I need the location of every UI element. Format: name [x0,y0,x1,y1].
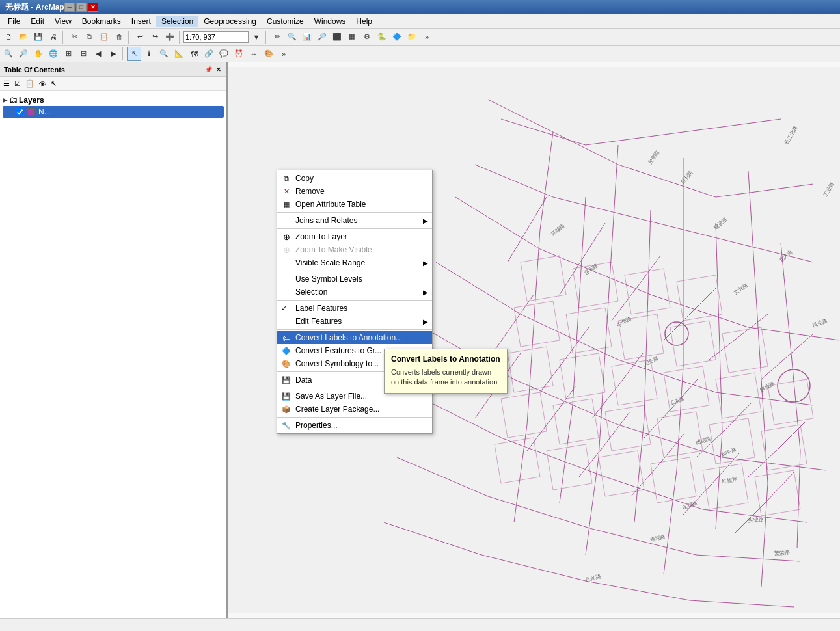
nav-more-btn[interactable]: » [277,47,291,61]
cm-zoom-layer[interactable]: ⊕ Zoom To Layer [277,230,432,243]
cm-selection[interactable]: Selection ▶ [277,286,432,299]
menu-bookmarks[interactable]: Bookmarks [77,16,126,27]
close-button[interactable]: ✕ [88,3,98,12]
prev-extent[interactable]: ◀ [91,47,105,61]
sep-nav1 [122,47,125,60]
find-btn[interactable]: 🔍 [157,47,171,61]
open-button[interactable]: 📂 [16,30,31,44]
menu-file[interactable]: File [3,16,25,27]
create-pkg-icon: 📦 [281,404,291,414]
layers-icon: 🗂 [9,95,18,105]
minimize-button[interactable]: ─ [64,3,75,12]
fixed-zoom-out[interactable]: ⊟ [76,47,90,61]
toc-list-view-btn[interactable]: ☰ [1,79,12,88]
maximize-button[interactable]: □ [76,3,87,12]
menu-customize[interactable]: Customize [262,16,309,27]
convert-labels-icon: 🏷 [281,332,291,343]
cm-convert-labels[interactable]: 🏷 Convert Labels to Annotation... [277,331,432,344]
redo-button[interactable]: ↪ [148,30,162,44]
search-btn[interactable]: 🔎 [315,30,329,44]
map-area[interactable]: 路名 街道 大路 长江北路 工业路 北大街 文化路 民生路 胜利路 光明路 建设… [228,62,840,618]
data-icon: 💾 [281,375,291,385]
menu-edit[interactable]: Edit [25,16,49,27]
cm-visible-scale-label: Visible Scale Range [295,258,365,267]
magnifier-btn[interactable]: 🔍 [285,30,299,44]
pan-btn[interactable]: ✋ [31,47,46,61]
label-check-icon: ✓ [281,304,287,313]
toc-vis-view-btn[interactable]: 👁 [37,79,48,88]
next-extent[interactable]: ▶ [106,47,120,61]
cm-data-label: Data [295,375,312,384]
menu-help[interactable]: Help [351,16,377,27]
layers-expand-arrow[interactable]: ▶ [3,96,8,103]
cm-convert-labels-label: Convert Labels to Annotation... [295,333,402,342]
undo-button[interactable]: ↩ [133,30,147,44]
toc-check-view-btn[interactable]: ☑ [12,79,23,88]
toc-sel-view-btn[interactable]: ↖ [49,79,59,88]
cm-label-features[interactable]: ✓ Label Features [277,302,432,315]
report-btn[interactable]: 📊 [300,30,314,44]
menu-geoprocessing[interactable]: Geoprocessing [198,16,262,27]
menu-selection[interactable]: Selection [156,16,198,27]
more-btn[interactable]: » [420,30,434,44]
save-button[interactable]: 💾 [31,30,46,44]
effects-btn[interactable]: 🎨 [262,47,276,61]
identify-btn[interactable]: ℹ [142,47,156,61]
cm-symbol-levels[interactable]: Use Symbol Levels [277,273,432,286]
cm-remove[interactable]: ✕ Remove [277,185,432,198]
select-feature[interactable]: ↖ [127,47,141,61]
cm-joins[interactable]: Joins and Relates ▶ [277,214,432,227]
cm-edit-features[interactable]: Edit Features ▶ [277,315,432,328]
python-btn[interactable]: 🐍 [375,30,389,44]
zoom-out-btn[interactable]: 🔎 [16,47,31,61]
cm-create-pkg[interactable]: 📦 Create Layer Package... [277,403,432,416]
paste-button[interactable]: 📋 [97,30,111,44]
print-button[interactable]: 🖨 [46,30,61,44]
time-btn[interactable]: ⏰ [232,47,246,61]
delete-button[interactable]: 🗑 [112,30,126,44]
menu-view[interactable]: View [49,16,77,27]
symbol-levels-icon [281,274,291,284]
measure-btn[interactable]: 📐 [172,47,186,61]
fixed-zoom-in[interactable]: ⊞ [61,47,75,61]
cm-selection-label: Selection [295,288,327,297]
layer-checkbox[interactable] [16,108,24,116]
menu-windows[interactable]: Windows [309,16,351,27]
cm-sep1 [277,212,432,213]
arccat-btn[interactable]: 📁 [405,30,419,44]
zoom-layer-icon: ⊕ [281,232,291,242]
cm-properties[interactable]: 🔧 Properties... [277,419,432,432]
scale-dropdown[interactable]: ▼ [249,30,264,44]
new-button[interactable]: 🗋 [1,30,16,44]
full-extent-btn[interactable]: 🌐 [46,47,61,61]
overview-btn[interactable]: 🗺 [187,47,201,61]
editor-btn[interactable]: ✏ [270,30,284,44]
toc-layer-item[interactable]: N... [3,106,224,118]
toc-pin-btn[interactable]: 📌 [204,66,213,73]
add-data-button[interactable]: ➕ [163,30,177,44]
toc-source-view-btn[interactable]: 📋 [23,79,36,88]
layer-color-box [27,108,35,116]
cm-copy[interactable]: ⧉ Copy [277,172,432,185]
feature-btn[interactable]: ⬛ [330,30,344,44]
cut-button[interactable]: ✂ [67,30,81,44]
model-btn[interactable]: 🔷 [390,30,404,44]
convert-symbology-icon: 🎨 [281,358,291,369]
gp-btn[interactable]: ⚙ [360,30,374,44]
layers-label[interactable]: Layers [19,96,44,105]
toc-close-btn[interactable]: ✕ [215,66,223,73]
copy-button[interactable]: ⧉ [82,30,96,44]
cm-open-attr[interactable]: ▦ Open Attribute Table [277,198,432,211]
zoom-in-btn[interactable]: 🔍 [1,47,16,61]
menu-insert[interactable]: Insert [126,16,156,27]
joins-icon [281,215,291,226]
swipe-btn[interactable]: ↔ [247,47,261,61]
cm-label-features-label: Label Features [295,304,347,313]
html-popup-btn[interactable]: 💬 [217,47,231,61]
cm-visible-scale[interactable]: Visible Scale Range ▶ [277,256,432,269]
menubar: File Edit View Bookmarks Insert Selectio… [0,14,840,29]
table-btn[interactable]: ▦ [345,30,359,44]
scale-input[interactable] [183,31,249,43]
hyperlink-btn[interactable]: 🔗 [202,47,216,61]
attr-icon: ▦ [281,199,291,209]
